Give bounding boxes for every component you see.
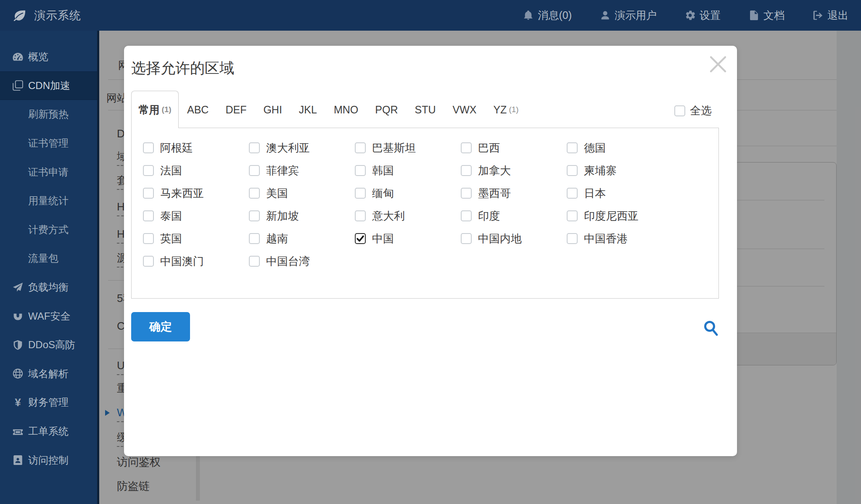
sidebar-item-label: 证书申请 — [28, 165, 69, 179]
select-all[interactable]: 全选 — [674, 103, 712, 118]
region-checkbox-item[interactable]: 马来西亚 — [143, 182, 249, 205]
region-checkbox-item[interactable]: 英国 — [143, 227, 249, 250]
region-checkbox-item[interactable]: 中国内地 — [461, 227, 567, 250]
region-checkbox[interactable] — [249, 256, 260, 267]
navbar-item[interactable]: 设置 — [685, 8, 721, 22]
region-checkbox-item[interactable]: 美国 — [249, 182, 355, 205]
region-checkbox[interactable] — [143, 165, 154, 176]
sidebar-item[interactable]: 刷新预热 — [0, 100, 97, 129]
sidebar-item[interactable]: 流量包 — [0, 244, 97, 273]
brand[interactable]: 演示系统 — [13, 8, 81, 23]
region-tab[interactable]: VWX — [444, 91, 485, 128]
region-checkbox[interactable] — [143, 233, 154, 244]
region-checkbox[interactable] — [461, 142, 472, 153]
region-checkbox-item[interactable]: 阿根廷 — [143, 136, 249, 159]
select-all-checkbox[interactable] — [674, 105, 685, 116]
confirm-button[interactable]: 确定 — [131, 312, 190, 341]
sidebar-item-label: 访问控制 — [28, 454, 69, 467]
region-checkbox-item[interactable]: 韩国 — [355, 159, 461, 182]
region-tab[interactable]: PQR — [367, 91, 406, 128]
region-checkbox-item[interactable]: 泰国 — [143, 205, 249, 227]
region-checkbox[interactable] — [249, 233, 260, 244]
region-tab-label: ABC — [187, 104, 209, 116]
sidebar-item[interactable]: CDN加速 — [0, 71, 97, 100]
region-tab[interactable]: 常用 (1) — [131, 91, 179, 128]
region-checkbox[interactable] — [355, 142, 366, 153]
sidebar-item[interactable]: 用量统计 — [0, 186, 97, 215]
region-checkbox[interactable] — [461, 188, 472, 199]
region-checkbox[interactable] — [355, 188, 366, 199]
region-checkbox[interactable] — [567, 210, 578, 221]
region-checkbox-item[interactable]: 越南 — [249, 227, 355, 250]
sidebar-item[interactable]: 概览 — [0, 42, 97, 71]
region-checkbox-item[interactable]: 巴基斯坦 — [355, 136, 461, 159]
sidebar-item[interactable]: ¥ 财务管理 — [0, 388, 97, 417]
region-checkbox[interactable] — [143, 142, 154, 153]
region-tab[interactable]: MNO — [325, 91, 367, 128]
brand-name: 演示系统 — [34, 8, 81, 23]
sidebar-item[interactable]: 负载均衡 — [0, 273, 97, 302]
region-checkbox-item[interactable]: 新加坡 — [249, 205, 355, 227]
navbar-item-label: 退出 — [827, 8, 848, 22]
sidebar-item[interactable]: DDoS高防 — [0, 331, 97, 360]
sidebar-item[interactable]: WAF安全 — [0, 302, 97, 331]
sidebar-item[interactable]: 域名解析 — [0, 360, 97, 388]
region-checkbox[interactable] — [461, 165, 472, 176]
yen-icon: ¥ — [13, 397, 23, 408]
region-checkbox[interactable] — [249, 142, 260, 153]
sidebar-item[interactable]: 证书申请 — [0, 158, 97, 186]
navbar-item[interactable]: 文档 — [749, 8, 784, 22]
region-checkbox-item[interactable]: 法国 — [143, 159, 249, 182]
region-checkbox-item[interactable]: 缅甸 — [355, 182, 461, 205]
sidebar-item-label: CDN加速 — [28, 79, 70, 92]
region-checkbox[interactable] — [567, 142, 578, 153]
region-tab[interactable]: DEF — [217, 91, 255, 128]
region-checkbox-item[interactable]: 加拿大 — [461, 159, 567, 182]
region-checkbox-item[interactable]: 日本 — [567, 182, 673, 205]
region-tab[interactable]: ABC — [179, 91, 217, 128]
region-checkbox-item[interactable]: 中国 — [355, 227, 461, 250]
sidebar-item[interactable]: 访问控制 — [0, 446, 97, 475]
region-checkbox[interactable] — [461, 233, 472, 244]
region-checkbox-item[interactable]: 印度 — [461, 205, 567, 227]
clone-icon — [13, 80, 23, 91]
region-checkbox-item[interactable]: 菲律宾 — [249, 159, 355, 182]
region-checkbox-item[interactable]: 德国 — [567, 136, 673, 159]
search-icon[interactable] — [703, 320, 718, 336]
region-checkbox-checked[interactable] — [355, 233, 366, 244]
region-checkbox[interactable] — [567, 165, 578, 176]
navbar-menu: 消息(0) 演示用户 设置 文档 退出 — [523, 0, 848, 31]
region-checkbox[interactable] — [143, 256, 154, 267]
sidebar-item-label: 概览 — [28, 50, 48, 63]
navbar-item[interactable]: 退出 — [813, 8, 848, 22]
navbar-item[interactable]: 演示用户 — [600, 8, 657, 22]
region-tab[interactable]: YZ (1) — [485, 91, 527, 128]
region-checkbox[interactable] — [567, 233, 578, 244]
close-icon[interactable] — [708, 55, 728, 74]
region-checkbox-item[interactable]: 墨西哥 — [461, 182, 567, 205]
region-checkbox-item[interactable]: 中国台湾 — [249, 250, 355, 273]
region-checkbox[interactable] — [249, 165, 260, 176]
region-checkbox[interactable] — [143, 210, 154, 221]
region-checkbox-item[interactable]: 中国香港 — [567, 227, 673, 250]
region-checkbox[interactable] — [249, 188, 260, 199]
sidebar-item[interactable]: 证书管理 — [0, 129, 97, 158]
region-checkbox[interactable] — [355, 165, 366, 176]
region-checkbox-item[interactable]: 意大利 — [355, 205, 461, 227]
region-checkbox-item[interactable]: 中国澳门 — [143, 250, 249, 273]
region-checkbox[interactable] — [461, 210, 472, 221]
sidebar-item[interactable]: 工单系统 — [0, 417, 97, 446]
navbar-item[interactable]: 消息(0) — [523, 8, 572, 22]
region-checkbox-item[interactable]: 印度尼西亚 — [567, 205, 673, 227]
region-checkbox[interactable] — [249, 210, 260, 221]
region-checkbox[interactable] — [143, 188, 154, 199]
region-tab[interactable]: JKL — [291, 91, 325, 128]
sidebar-item[interactable]: 计费方式 — [0, 215, 97, 244]
region-checkbox-item[interactable]: 澳大利亚 — [249, 136, 355, 159]
region-checkbox[interactable] — [355, 210, 366, 221]
region-checkbox-item[interactable]: 巴西 — [461, 136, 567, 159]
region-checkbox[interactable] — [567, 188, 578, 199]
region-checkbox-item[interactable]: 柬埔寨 — [567, 159, 673, 182]
region-tab[interactable]: STU — [406, 91, 444, 128]
region-tab[interactable]: GHI — [255, 91, 290, 128]
